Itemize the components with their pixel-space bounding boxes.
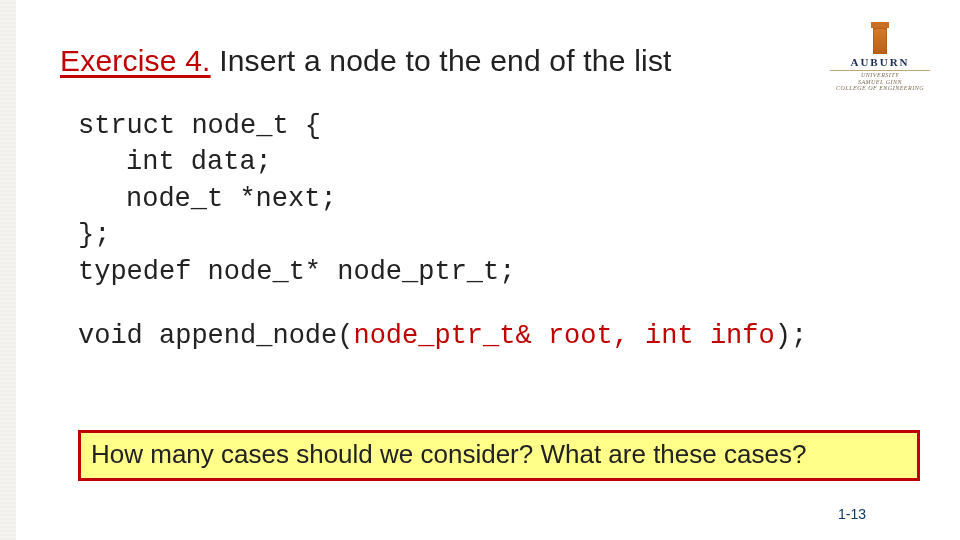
- code-line-4: };: [78, 220, 110, 250]
- tower-icon: [873, 28, 887, 54]
- logo-sub-college: COLLEGE OF ENGINEERING: [830, 85, 930, 92]
- auburn-logo: AUBURN UNIVERSITY SAMUEL GINN COLLEGE OF…: [830, 28, 930, 92]
- code-block: struct node_t { int data; node_t *next; …: [78, 108, 900, 355]
- code-line-1: struct node_t {: [78, 111, 321, 141]
- decorative-side-stripe: [0, 0, 16, 540]
- logo-sub-university: UNIVERSITY: [830, 72, 930, 79]
- callout-text: How many cases should we consider? What …: [91, 439, 806, 469]
- slide: Exercise 4. Insert a node to the end of …: [0, 0, 960, 540]
- logo-wordmark: AUBURN: [830, 56, 930, 68]
- code-line-6a: void append_node(: [78, 321, 353, 351]
- slide-body: struct node_t { int data; node_t *next; …: [78, 108, 900, 355]
- question-callout: How many cases should we consider? What …: [78, 430, 920, 481]
- code-line-6c: );: [775, 321, 807, 351]
- title-rest: Insert a node to the end of the list: [211, 44, 672, 77]
- slide-title: Exercise 4. Insert a node to the end of …: [60, 44, 672, 78]
- page-number: 1-13: [838, 506, 866, 522]
- code-line-6b: node_ptr_t& root, int info: [353, 321, 774, 351]
- exercise-label: Exercise 4.: [60, 44, 211, 77]
- logo-sub-ginn: SAMUEL GINN: [830, 79, 930, 86]
- logo-rule: [830, 70, 930, 71]
- code-line-2: int data;: [78, 144, 272, 180]
- code-line-3: node_t *next;: [78, 181, 337, 217]
- code-line-5: typedef node_t* node_ptr_t;: [78, 257, 515, 287]
